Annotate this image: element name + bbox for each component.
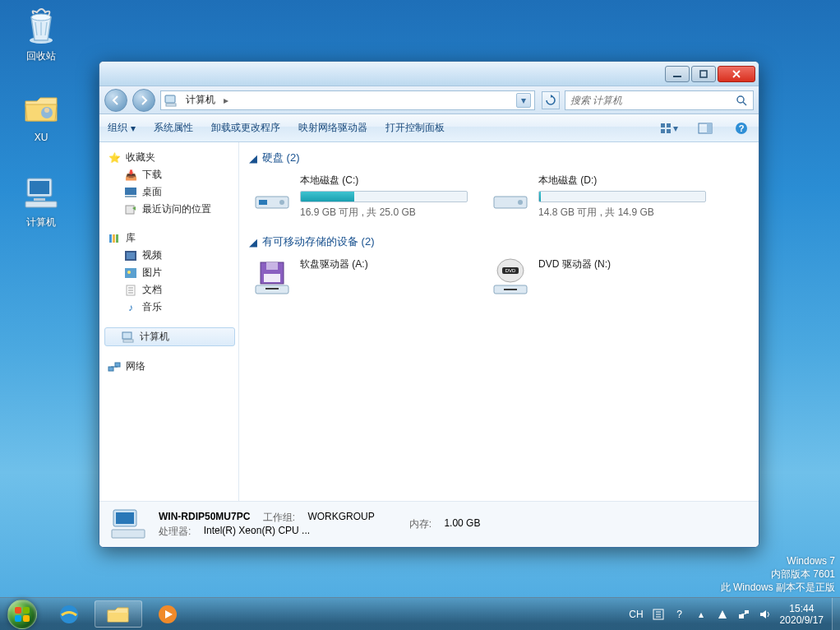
- svg-rect-29: [125, 268, 136, 278]
- breadcrumb-bar[interactable]: 计算机 ▸ ▾: [160, 90, 535, 110]
- drive-c[interactable]: 本地磁盘 (C:) 16.9 GB 可用 , 共 25.0 GB: [249, 170, 471, 223]
- drive-d[interactable]: 本地磁盘 (D:) 14.8 GB 可用 , 共 14.9 GB: [487, 170, 709, 223]
- explorer-window[interactable]: 计算机 ▸ ▾ 组织 ▾ 系统属性 卸载或更改程序 映射网络驱动器 打开控制面板…: [99, 61, 759, 548]
- taskbar-clock[interactable]: 15:44 2020/9/17: [780, 603, 824, 626]
- svg-rect-23: [126, 206, 134, 214]
- dvd-icon: DVD: [491, 257, 530, 297]
- svg-text:DVD: DVD: [505, 268, 516, 273]
- svg-rect-11: [166, 104, 176, 106]
- media-player-icon: [156, 603, 179, 626]
- nav-back-button[interactable]: [104, 89, 127, 112]
- taskbar-ie[interactable]: [44, 598, 94, 630]
- window-titlebar[interactable]: [99, 62, 759, 86]
- svg-rect-7: [25, 202, 57, 207]
- hdd-icon: [252, 174, 292, 213]
- chevron-right-icon[interactable]: ▸: [224, 95, 228, 106]
- svg-point-40: [518, 200, 523, 205]
- svg-point-38: [279, 200, 284, 205]
- drive-a-floppy[interactable]: 软盘驱动器 (A:): [249, 254, 471, 300]
- desktop-icon-recycle-bin[interactable]: 回收站: [10, 7, 72, 63]
- svg-rect-33: [123, 340, 133, 342]
- svg-rect-22: [125, 196, 136, 197]
- nav-forward-button[interactable]: [132, 89, 155, 112]
- drive-name: 本地磁盘 (D:): [538, 174, 706, 188]
- minimize-button[interactable]: [665, 66, 690, 82]
- drive-usage-text: 16.9 GB 可用 , 共 25.0 GB: [300, 206, 468, 220]
- network-icon[interactable]: [737, 608, 750, 621]
- nav-favorites-header[interactable]: ⭐收藏夹: [99, 149, 238, 166]
- maximize-button[interactable]: [691, 66, 716, 82]
- cmd-control-panel[interactable]: 打开控制面板: [385, 121, 445, 135]
- activation-watermark: Windows 7 内部版本 7601 此 Windows 副本不是正版: [721, 554, 835, 594]
- floppy-icon: [252, 257, 292, 297]
- desktop-icon-folder-xu[interactable]: XU: [10, 89, 72, 143]
- ime-indicator[interactable]: CH: [629, 609, 643, 620]
- desktop-icon-label: 计算机: [26, 216, 56, 228]
- refresh-button[interactable]: [542, 91, 560, 109]
- preview-pane-button[interactable]: [696, 119, 714, 137]
- nav-libraries-header[interactable]: 库: [99, 229, 238, 247]
- taskbar[interactable]: CH ? ▴ 15:44 2020/9/17: [0, 597, 840, 630]
- usage-bar: [300, 191, 468, 202]
- nav-recent-places[interactable]: 最近访问的位置: [99, 201, 238, 218]
- hdd-icon: [491, 174, 530, 213]
- cmd-map-network-drive[interactable]: 映射网络驱动器: [298, 121, 367, 135]
- cmd-uninstall[interactable]: 卸载或更改程序: [211, 121, 280, 135]
- tray-expand-icon[interactable]: ▴: [695, 608, 708, 621]
- content-pane[interactable]: ◢硬盘 (2) 本地磁盘 (C:) 16.9 GB 可用 , 共 25.0 GB: [239, 142, 759, 501]
- view-options-button[interactable]: ▾: [660, 119, 678, 137]
- svg-rect-35: [115, 363, 120, 367]
- svg-rect-53: [116, 512, 134, 524]
- svg-rect-21: [125, 188, 136, 195]
- desktop-icon-computer[interactable]: 计算机: [10, 173, 72, 229]
- close-button[interactable]: [718, 66, 755, 82]
- show-desktop-button[interactable]: [832, 598, 840, 630]
- folder-icon: [21, 89, 61, 128]
- nav-pane[interactable]: ⭐收藏夹 📥下载 桌面 最近访问的位置 库 视频 图片 文档 ♪音乐 计算机 网…: [99, 142, 239, 501]
- cmd-organize[interactable]: 组织 ▾: [108, 121, 136, 135]
- breadcrumb-item[interactable]: 计算机: [182, 93, 219, 107]
- volume-icon[interactable]: [759, 608, 772, 621]
- group-header-hdd[interactable]: ◢硬盘 (2): [249, 151, 749, 165]
- computer-large-icon: [109, 507, 149, 542]
- taskbar-explorer[interactable]: [95, 600, 142, 628]
- pictures-icon: [124, 266, 137, 280]
- help-button[interactable]: ?: [732, 119, 750, 137]
- action-center-icon[interactable]: [716, 608, 729, 621]
- nav-network[interactable]: 网络: [99, 358, 238, 375]
- svg-rect-14: [667, 123, 671, 127]
- download-icon: 📥: [124, 169, 137, 182]
- address-bar: 计算机 ▸ ▾: [99, 86, 759, 114]
- svg-rect-16: [667, 129, 671, 133]
- details-pane: WIN-RDIP50MU7PC 工作组: WORKGROUP 处理器: Inte…: [99, 501, 759, 547]
- nav-downloads[interactable]: 📥下载: [99, 166, 238, 183]
- svg-rect-43: [264, 274, 280, 282]
- nav-videos[interactable]: 视频: [99, 247, 238, 264]
- recycle-bin-icon: [21, 7, 61, 46]
- ime-help-icon[interactable]: ?: [673, 608, 686, 621]
- breadcrumb-dropdown[interactable]: ▾: [516, 93, 531, 108]
- nav-computer[interactable]: 计算机: [104, 327, 235, 346]
- cmd-system-properties[interactable]: 系统属性: [154, 121, 193, 135]
- svg-rect-59: [745, 610, 749, 614]
- svg-rect-8: [673, 76, 681, 77]
- nav-pictures[interactable]: 图片: [99, 264, 238, 281]
- start-button[interactable]: [0, 598, 44, 630]
- search-icon: [735, 94, 748, 107]
- nav-desktop[interactable]: 桌面: [99, 183, 238, 201]
- search-box[interactable]: [565, 90, 754, 110]
- nav-documents[interactable]: 文档: [99, 281, 238, 299]
- taskbar-wmp[interactable]: [143, 598, 192, 630]
- details-computer-name: WIN-RDIP50MU7PC: [159, 511, 250, 525]
- computer-icon: [21, 173, 61, 212]
- recent-icon: [124, 203, 137, 216]
- nav-music[interactable]: ♪音乐: [99, 299, 238, 316]
- svg-point-30: [127, 271, 131, 274]
- group-header-removable[interactable]: ◢有可移动存储的设备 (2): [249, 234, 749, 249]
- ime-options-icon[interactable]: [652, 608, 665, 621]
- drive-n-dvd[interactable]: DVD DVD 驱动器 (N:): [487, 254, 709, 300]
- system-tray[interactable]: CH ? ▴ 15:44 2020/9/17: [621, 598, 832, 630]
- svg-rect-54: [112, 530, 145, 538]
- svg-rect-51: [504, 289, 517, 290]
- search-input[interactable]: [570, 95, 735, 106]
